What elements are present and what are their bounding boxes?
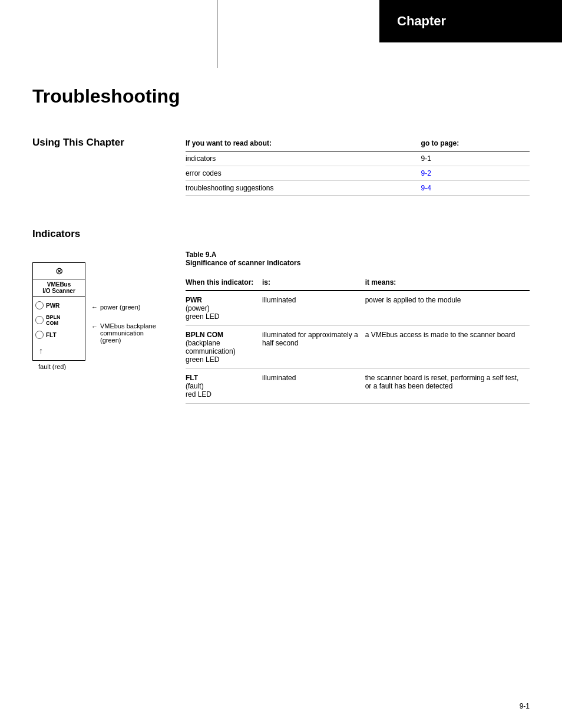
bpln-circle [35,316,44,324]
ind-is-2: illuminated for approximately a half sec… [262,326,365,369]
ind-sub2-1: green LED [186,312,219,321]
ind-indicator-3: FLT (fault) red LED [186,369,262,404]
indicator-row-bpln: BPLNCOM [35,314,82,326]
pwr-label: PWR [46,302,59,309]
ind-col1-header: When this indicator: [186,275,262,291]
table-caption-line1: Table 9.A [186,251,530,259]
toc-page-3[interactable]: 9-4 [421,181,530,196]
indicators-table-area: Table 9.A Significance of scanner indica… [186,251,530,404]
table-row: error codes 9-2 [186,166,530,181]
scanner-diagram: ⊗ VMEBus I/O Scanner PWR [32,262,162,370]
toc-topic-1: indicators [186,151,421,166]
page-header: Chapter [0,0,562,68]
ind-col3-header: it means: [365,275,530,291]
power-annotation-text: power (green) [100,304,140,311]
page-title: Troubleshooting [32,85,530,107]
ind-col2-header: is: [262,275,365,291]
ind-name-1: PWR [186,296,202,304]
scanner-title-line2: I/O Scanner [42,288,75,294]
ind-indicator-1: PWR (power) green LED [186,291,262,326]
toc-link-3[interactable]: 9-4 [421,184,431,192]
ind-means-1: power is applied to the module [365,291,530,326]
chapter-label: Chapter [397,14,446,29]
power-arrow-icon: ← [91,304,98,311]
toc-col2-header: go to page: [421,137,530,151]
indicators-section: Indicators ⊗ VMEBus I/O Scanner [32,228,530,404]
header-left-panel [0,0,218,68]
ind-name-3: FLT [186,374,198,382]
indicators-table: When this indicator: is: it means: PWR (… [186,275,530,404]
toc-col1-header: If you want to read about: [186,137,421,151]
scanner-top: ⊗ [33,263,85,279]
ind-means-3: the scanner board is reset, performing a… [365,369,530,404]
ind-sub2-2: green LED [186,355,219,364]
fault-annotation: fault (red) [38,363,162,370]
bpln-label: BPLNCOM [46,314,61,326]
using-chapter-right: If you want to read about: go to page: i… [186,137,530,196]
table-caption: Table 9.A Significance of scanner indica… [186,251,530,267]
table-caption-line2: Significance of scanner indicators [186,259,530,267]
vmebus-arrow-icon: ← [91,323,98,330]
ind-sub1-3: (fault) [186,382,204,390]
scanner-title-line1: VMEBus [47,281,71,288]
ind-sub2-3: red LED [186,390,211,398]
using-chapter-heading: Using This Chapter [32,137,186,149]
diagram-wrapper: ⊗ VMEBus I/O Scanner PWR [32,262,162,361]
table-row: indicators 9-1 [186,151,530,166]
scanner-icon: ⊗ [55,265,63,276]
header-right-panel: Chapter [218,0,562,68]
fault-arrow: ↑ [39,346,82,355]
scanner-label: VMEBus I/O Scanner [33,279,85,297]
chapter-banner: Chapter [379,0,562,42]
table-row: PWR (power) green LED illuminated power … [186,291,530,326]
using-chapter-section: Using This Chapter If you want to read a… [32,137,530,196]
ind-sub1-1: (power) [186,304,210,312]
scanner-box: ⊗ VMEBus I/O Scanner PWR [32,262,85,361]
ind-means-2: a VMEbus access is made to the scanner b… [365,326,530,369]
indicators-diagram-area: ⊗ VMEBus I/O Scanner PWR [32,251,186,404]
indicators-content: ⊗ VMEBus I/O Scanner PWR [32,251,530,404]
ind-is-1: illuminated [262,291,365,326]
ind-name-2: BPLN COM [186,331,223,339]
fault-label-text: fault (red) [38,363,66,370]
diagram-annotations: ← power (green) ← VMEbus backplanecommun… [91,304,156,344]
toc-page-2[interactable]: 9-2 [421,166,530,181]
vmebus-annotation-text: VMEbus backplanecommunication(green) [100,322,156,344]
indicator-row-pwr: PWR [35,301,82,309]
table-row: troubleshooting suggestions 9-4 [186,181,530,196]
ind-indicator-2: BPLN COM (backplane communication) green… [186,326,262,369]
annotation-power: ← power (green) [91,304,156,311]
toc-page-1: 9-1 [421,151,530,166]
indicator-row-flt: FLT [35,331,82,339]
annotation-vmebus: ← VMEbus backplanecommunication(green) [91,322,156,344]
using-chapter-left: Using This Chapter [32,137,186,196]
ind-is-3: illuminated [262,369,365,404]
scanner-body: PWR BPLNCOM FLT [33,297,85,360]
flt-circle [35,331,44,339]
page-content: Troubleshooting Using This Chapter If yo… [0,85,562,404]
indicators-heading: Indicators [32,228,530,240]
toc-link-2[interactable]: 9-2 [421,169,431,177]
pwr-circle [35,301,44,309]
page-number: 9-1 [520,702,530,710]
toc-topic-2: error codes [186,166,421,181]
toc-table: If you want to read about: go to page: i… [186,137,530,196]
table-row: FLT (fault) red LED illuminated the scan… [186,369,530,404]
table-row: BPLN COM (backplane communication) green… [186,326,530,369]
ind-sub1-2: (backplane communication) [186,339,236,355]
flt-label: FLT [46,332,57,338]
toc-topic-3: troubleshooting suggestions [186,181,421,196]
page-footer: 9-1 [520,702,530,710]
